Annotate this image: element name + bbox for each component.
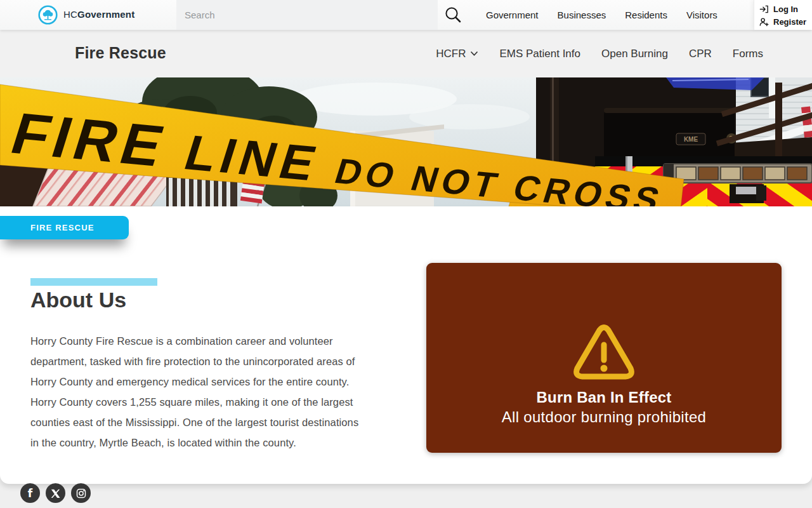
log-in-button[interactable]: Log In [759, 3, 812, 15]
hc-government-wordmark: HCGovernment [63, 9, 134, 20]
x-twitter-button[interactable] [46, 483, 65, 503]
search-button[interactable] [443, 5, 463, 25]
site-nav: HCFR EMS Patient Info Open Burning CPR F… [436, 30, 763, 77]
top-nav: Government Businesses Residents Visitors [486, 0, 717, 30]
x-twitter-icon [51, 489, 60, 498]
about-line: Horry County covers 1,255 square miles, … [30, 392, 424, 412]
about-line: counties east of the Mississippi. One of… [30, 412, 424, 432]
footer [0, 484, 812, 508]
top-nav-residents[interactable]: Residents [625, 10, 667, 20]
about-paragraph: Horry County Fire Rescue is a combinatio… [30, 331, 424, 453]
truck-brand-badge: KME [684, 136, 698, 143]
about-line: Horry County and emergency medical servi… [30, 371, 424, 392]
register-label: Register [773, 17, 806, 27]
top-nav-government[interactable]: Government [486, 10, 539, 20]
site-nav-ems-patient-info[interactable]: EMS Patient Info [499, 48, 580, 60]
hcfr-label: HCFR [436, 48, 466, 60]
social-links: f [20, 483, 91, 503]
warning-triangle-icon [573, 324, 634, 382]
accent-bar [30, 278, 157, 286]
site-title: Fire Rescue [75, 44, 166, 62]
log-in-label: Log In [773, 4, 798, 14]
search-icon [443, 5, 463, 25]
register-button[interactable]: Register [759, 15, 812, 28]
facebook-button[interactable]: f [20, 483, 40, 503]
instagram-button[interactable] [71, 483, 91, 503]
site-nav-hcfr[interactable]: HCFR [436, 48, 478, 60]
logo-prefix: HC [63, 9, 77, 20]
top-utility-bar: HCGovernment Government Businesses Resid… [0, 0, 812, 30]
search-input[interactable] [183, 9, 424, 21]
burn-ban-alert-card: Burn Ban In Effect All outdoor burning p… [426, 263, 782, 453]
site-nav-cpr[interactable]: CPR [689, 48, 712, 60]
alert-subtitle: All outdoor burning prohibited [426, 408, 782, 426]
alert-title: Burn Ban In Effect [426, 389, 782, 406]
logo-suffix: Government [77, 9, 134, 20]
top-nav-businesses[interactable]: Businesses [558, 10, 606, 20]
hero-photo-illustration: KME [0, 77, 812, 206]
main-content: FIRE RESCUE About Us Horry County Fire R… [0, 206, 812, 484]
about-line: Horry County Fire Rescue is a combinatio… [30, 331, 424, 351]
about-line: department, tasked with fire protection … [30, 351, 424, 371]
top-nav-visitors[interactable]: Visitors [686, 10, 717, 20]
hero-image: KME [0, 77, 812, 206]
site-nav-open-burning[interactable]: Open Burning [601, 48, 668, 60]
fire-rescue-page-tab[interactable]: FIRE RESCUE [0, 216, 129, 239]
about-line: in the country, Myrtle Beach, is located… [30, 432, 424, 453]
auth-box: Log In Register [754, 0, 812, 30]
register-icon [759, 17, 769, 27]
instagram-icon [76, 488, 86, 498]
about-heading: About Us [30, 288, 126, 312]
chevron-down-icon [470, 51, 478, 57]
search-box [176, 0, 438, 30]
facebook-icon: f [28, 487, 32, 500]
hc-government-logo-icon[interactable] [38, 5, 58, 25]
log-in-icon [759, 4, 769, 14]
page: HCGovernment Government Businesses Resid… [0, 0, 812, 508]
site-nav-forms[interactable]: Forms [733, 48, 763, 60]
